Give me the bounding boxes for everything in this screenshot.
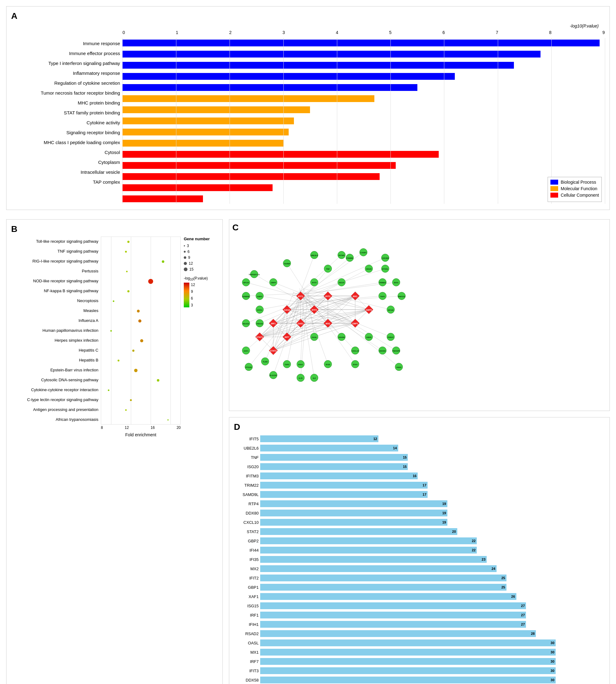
bar-row-a	[123, 160, 605, 170]
bar-wrap-d: 27	[260, 612, 605, 618]
network-node: TLR8	[261, 358, 269, 365]
bar-row-d: IRF127	[234, 611, 605, 619]
node-label: CXCL10	[351, 350, 359, 352]
size-legend-item: 3	[184, 244, 218, 248]
dot-b	[110, 330, 112, 332]
gene-label-d: OASL	[234, 641, 260, 645]
node-label: GBP4	[271, 281, 276, 283]
bar-d: 17	[260, 491, 427, 498]
network-node: P2RX7	[387, 333, 394, 341]
node-label: STAT1	[257, 336, 263, 338]
bar-label-a: STAT family protein binding	[11, 108, 123, 118]
bar-d: 23	[260, 556, 487, 563]
bar-row-d: XAF126	[234, 592, 605, 601]
bar-row-d: MX224	[234, 564, 605, 573]
size-legend-dot	[184, 251, 185, 253]
bar-row-d: OASL30	[234, 639, 605, 647]
bar-d-value: 30	[551, 641, 554, 645]
network-node: PSMB8	[346, 254, 354, 261]
legend-color-box	[550, 192, 558, 198]
bar-d-value: 17	[423, 483, 426, 487]
network-node: DDX60	[379, 347, 387, 355]
bar-wrap-d: 19	[260, 500, 605, 507]
chart-a-bars-area: 0123456789 Biological ProcessMolecular F…	[123, 30, 605, 205]
size-legend-label: 9	[188, 255, 190, 260]
color-gradient-bar	[184, 282, 189, 307]
bar-d: 19	[260, 500, 447, 507]
bar-wrap-d: 17	[260, 482, 605, 488]
x-axis-label-a: -log10(P.value)	[11, 23, 605, 28]
bar-d-value: 30	[551, 650, 554, 654]
pathway-label-b: Influenza A	[11, 316, 98, 326]
color-legend-val: 12	[191, 282, 195, 287]
bar-d: 22	[260, 547, 477, 553]
bar-d-value: 19	[442, 520, 446, 524]
network-node: OASL	[310, 333, 318, 341]
b-pathway-labels: Toll-like receptor signaling pathwayTNF …	[11, 236, 101, 437]
bar-a	[123, 62, 514, 69]
gene-label-d: TNF	[234, 455, 260, 460]
network-edge	[297, 282, 342, 301]
bar-label-a: Intracellular vesicle	[11, 167, 123, 177]
node-label: IFIT2	[326, 295, 331, 297]
legend-label: Biological Process	[560, 180, 596, 185]
size-legend-label: 6	[188, 250, 190, 254]
gene-label-d: IFI35	[234, 557, 260, 562]
gene-label-d: ISG15	[234, 603, 260, 608]
bar-row-d: IFI4422	[234, 546, 605, 554]
bar-a	[123, 162, 396, 169]
bar-wrap-d: 30	[260, 677, 605, 683]
bar-row-d: IFITM316	[234, 472, 605, 480]
d-bar-chart: IFIT512UBE2L614TNF15ISG2015IFITM316TRIM2…	[234, 434, 605, 684]
node-label: MX1	[353, 295, 358, 297]
bar-row-d: ISG2015	[234, 462, 605, 471]
chart-a-y-labels: Immune responseImmune effector processTy…	[11, 30, 123, 205]
legend-b-size-title: Gene number	[184, 236, 218, 241]
pathway-label-b: Cytokine-cytokine receptor interaction	[11, 385, 98, 395]
network-node: CASP1	[359, 249, 367, 256]
bar-row-d: DDX8019	[234, 509, 605, 517]
gene-label-d: UBE2L6	[234, 446, 260, 451]
size-legend-dot	[184, 262, 187, 265]
pathway-label-b: Human papillomavirus infection	[11, 326, 98, 336]
bar-wrap-d: 22	[260, 547, 605, 553]
node-label: SAMD9L	[242, 295, 250, 297]
bar-row-d: DDX5830	[234, 676, 605, 684]
gene-label-d: IRF1	[234, 613, 260, 617]
bar-wrap-d: 28	[260, 630, 605, 637]
network-node: DDX58	[338, 333, 346, 341]
bar-a	[123, 106, 310, 113]
node-label: OASL	[312, 336, 317, 338]
size-legend-label: 15	[189, 267, 193, 272]
dot-b	[157, 379, 159, 382]
node-label: XAF1	[243, 350, 248, 352]
network-node: PTGS2	[245, 363, 253, 371]
network-node: IFI35	[324, 360, 332, 368]
bar-d-value: 30	[551, 660, 554, 663]
bar-row-a	[123, 71, 605, 81]
grid-line-b	[151, 237, 151, 424]
dot-b	[137, 310, 140, 313]
node-label: OAS1	[298, 322, 304, 325]
bar-a	[123, 151, 439, 158]
dot-b	[113, 301, 114, 302]
bar-label-a: Immune effector process	[11, 49, 123, 59]
legend-a: Biological ProcessMolecular FunctionCell…	[548, 177, 602, 202]
network-node: SP100	[387, 306, 394, 314]
bar-d: 15	[260, 454, 408, 461]
dot-b	[134, 369, 138, 372]
gene-label-d: MX2	[234, 567, 260, 571]
bar-d: 25	[260, 574, 506, 582]
gene-label-d: DDX58	[234, 678, 260, 682]
node-label: ISG20	[366, 268, 372, 270]
bar-label-a: TAP complex	[11, 177, 123, 187]
b-plot-area: 8121620 Fold enrichment	[101, 236, 181, 437]
pathway-label-b: Necroptosis	[11, 296, 98, 306]
bar-d: 30	[260, 639, 556, 646]
node-label: RTP4	[257, 309, 262, 311]
node-label: IFITM3	[338, 254, 345, 256]
network-node: IL8	[310, 374, 318, 382]
bar-row-d: IFIH127	[234, 620, 605, 629]
legend-b-color-title: -log10(P.value)	[184, 276, 218, 281]
bar-row-a	[123, 105, 605, 115]
